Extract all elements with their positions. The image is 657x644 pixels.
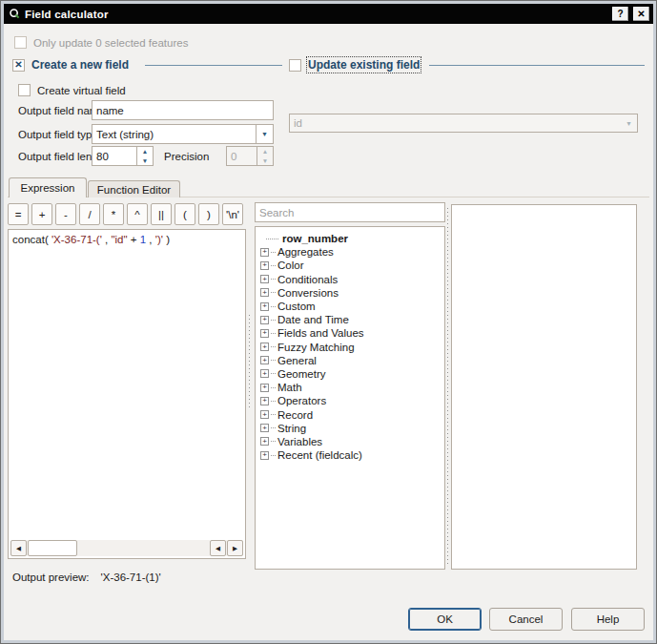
- close-window-button[interactable]: ✕: [632, 6, 650, 22]
- update-existing-field-checkbox[interactable]: [289, 59, 301, 72]
- tree-category-conditionals[interactable]: +Conditionals: [256, 273, 444, 286]
- tree-category-variables[interactable]: +Variables: [256, 435, 444, 448]
- create-new-field-checkbox[interactable]: ✕: [12, 59, 25, 72]
- existing-field-combobox[interactable]: id ▼: [289, 114, 638, 133]
- expand-plus-icon[interactable]: +: [260, 384, 269, 392]
- output-field-length-spinbox[interactable]: 80 ▲ ▼: [92, 146, 154, 166]
- tree-category-geometry[interactable]: +Geometry: [256, 367, 444, 381]
- tree-category-date-and-time[interactable]: +Date and Time: [256, 313, 444, 326]
- tab-expression[interactable]: Expression: [9, 177, 87, 197]
- output-field-type-combobox[interactable]: Text (string) ▼: [92, 124, 274, 144]
- spinner-arrows[interactable]: ▲ ▼: [136, 147, 153, 165]
- tree-branch: [271, 333, 276, 334]
- expand-plus-icon[interactable]: +: [260, 288, 269, 297]
- expression-token: concat(: [12, 234, 51, 245]
- precision-value: 0: [231, 151, 236, 162]
- tree-category-custom[interactable]: +Custom: [256, 300, 444, 313]
- spinner-arrows[interactable]: ▲ ▼: [257, 147, 273, 165]
- splitter-handle[interactable]: [248, 315, 251, 410]
- operator-button-row: = + - / * ^ || ( ) '\n': [8, 203, 243, 225]
- output-field-name-value[interactable]: [96, 105, 269, 116]
- expand-plus-icon[interactable]: +: [260, 437, 269, 446]
- tree-category-label: Recent (fieldcalc): [277, 449, 362, 461]
- operator-minus-button[interactable]: -: [55, 203, 76, 225]
- tree-category-record[interactable]: +Record: [256, 407, 444, 421]
- expand-plus-icon[interactable]: +: [260, 356, 269, 364]
- splitter-handle[interactable]: [446, 208, 449, 567]
- tree-category-color[interactable]: +Color: [256, 259, 444, 272]
- spin-up-icon[interactable]: ▲: [257, 147, 273, 156]
- expand-plus-icon[interactable]: +: [260, 397, 269, 405]
- create-new-field-group: ✕ Create a new field: [12, 58, 129, 72]
- help-window-button[interactable]: ?: [611, 6, 629, 22]
- function-tree[interactable]: row_number +Aggregates +Color +Condition…: [255, 226, 445, 570]
- expand-plus-icon[interactable]: +: [260, 451, 269, 460]
- search-input[interactable]: [259, 207, 441, 218]
- expand-plus-icon[interactable]: +: [260, 261, 269, 270]
- spin-down-icon[interactable]: ▼: [137, 156, 153, 166]
- expand-plus-icon[interactable]: +: [260, 369, 269, 378]
- create-virtual-field-checkbox[interactable]: [18, 84, 31, 96]
- tab-function-editor[interactable]: Function Editor: [88, 180, 180, 197]
- chevron-down-icon[interactable]: ▼: [621, 114, 637, 132]
- only-update-checkbox[interactable]: [14, 36, 27, 49]
- operator-plus-button[interactable]: +: [31, 203, 52, 225]
- create-virtual-field-row: Create virtual field: [18, 84, 126, 96]
- function-search-box[interactable]: [255, 202, 445, 222]
- expression-token-string: 'X-36-71-(': [51, 234, 102, 245]
- expand-plus-icon[interactable]: +: [260, 275, 269, 283]
- expand-plus-icon[interactable]: +: [260, 343, 269, 351]
- expand-plus-icon[interactable]: +: [260, 248, 269, 257]
- tree-item-row-number[interactable]: row_number: [256, 232, 444, 245]
- expression-editor[interactable]: concat( 'X-36-71-(' , "id" + 1 , ')' ) ◀…: [8, 229, 246, 559]
- operator-multiply-button[interactable]: *: [103, 203, 124, 225]
- cancel-button[interactable]: Cancel: [489, 608, 563, 631]
- operator-newline-button[interactable]: '\n': [222, 203, 243, 225]
- expression-token: ): [163, 234, 170, 245]
- tree-category-aggregates[interactable]: +Aggregates: [256, 245, 444, 259]
- horizontal-scrollbar[interactable]: ◀ ◀ ▶: [10, 540, 243, 556]
- tree-category-conversions[interactable]: +Conversions: [256, 286, 444, 300]
- output-field-name-input[interactable]: [92, 100, 274, 120]
- operator-open-paren-button[interactable]: (: [175, 203, 195, 225]
- operator-concat-button[interactable]: ||: [151, 203, 172, 225]
- operator-power-button[interactable]: ^: [127, 203, 148, 225]
- tree-category-recent-fieldcalc[interactable]: +Recent (fieldcalc): [256, 448, 444, 462]
- expand-plus-icon[interactable]: +: [260, 424, 269, 432]
- tree-branch: [271, 387, 276, 388]
- output-preview-label: Output preview:: [12, 571, 90, 583]
- tree-category-fuzzy-matching[interactable]: +Fuzzy Matching: [256, 341, 444, 354]
- operator-equals-button[interactable]: =: [8, 203, 29, 225]
- expand-plus-icon[interactable]: +: [260, 316, 269, 324]
- title-bar[interactable]: Field calculator ? ✕: [4, 4, 653, 24]
- output-preview-value: 'X-36-71-(1)': [101, 571, 161, 583]
- scrollbar-thumb[interactable]: [28, 540, 77, 556]
- scroll-left-icon[interactable]: ◀: [10, 540, 27, 556]
- tree-branch: [266, 239, 278, 239]
- expand-plus-icon[interactable]: +: [260, 302, 269, 311]
- expand-plus-icon[interactable]: +: [260, 410, 269, 419]
- precision-spinbox[interactable]: 0 ▲ ▼: [226, 146, 274, 166]
- group-divider-line: [429, 65, 645, 66]
- tree-category-label: Fuzzy Matching: [277, 342, 355, 353]
- tree-category-operators[interactable]: +Operators: [256, 394, 444, 407]
- spin-up-icon[interactable]: ▲: [137, 147, 153, 156]
- spin-down-icon[interactable]: ▼: [257, 156, 273, 166]
- help-button[interactable]: Help: [571, 608, 645, 631]
- tree-branch: [271, 320, 276, 321]
- scroll-left-icon[interactable]: ◀: [210, 540, 226, 556]
- operator-close-paren-button[interactable]: ): [198, 203, 219, 225]
- chevron-down-icon[interactable]: ▼: [256, 125, 273, 143]
- operator-divide-button[interactable]: /: [79, 203, 100, 225]
- ok-button[interactable]: OK: [408, 608, 482, 631]
- scroll-right-icon[interactable]: ▶: [227, 540, 243, 556]
- tree-branch: [271, 252, 276, 253]
- tree-category-fields-and-values[interactable]: +Fields and Values: [256, 326, 444, 340]
- expand-plus-icon[interactable]: +: [260, 329, 269, 338]
- create-new-field-label: Create a new field: [31, 58, 129, 72]
- scrollbar-track[interactable]: [77, 540, 210, 556]
- expression-text[interactable]: concat( 'X-36-71-(' , "id" + 1 , ')' ): [9, 230, 245, 249]
- tree-category-general[interactable]: +General: [256, 354, 444, 367]
- tree-category-string[interactable]: +String: [256, 422, 444, 435]
- tree-category-math[interactable]: +Math: [256, 381, 444, 394]
